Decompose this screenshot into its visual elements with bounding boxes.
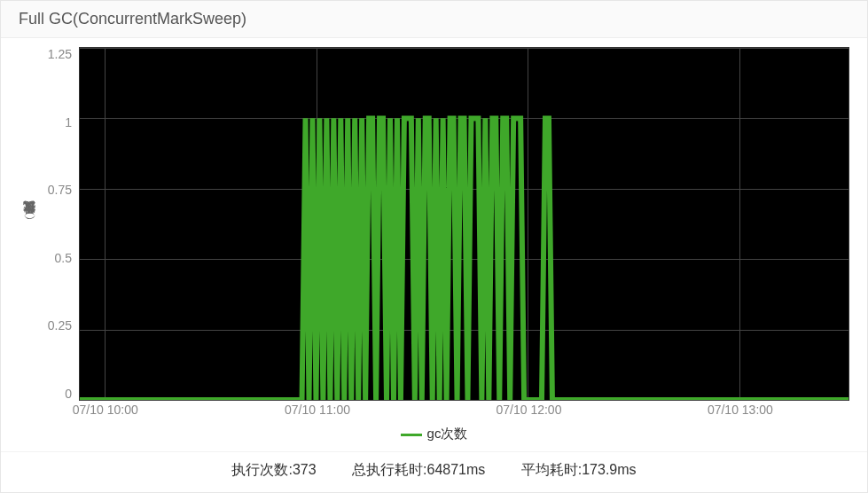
stat-exec-count: 执行次数:373 <box>231 462 316 477</box>
stat-avg-time: 平均耗时:173.9ms <box>521 462 637 477</box>
chart-panel: Full GC(ConcurrentMarkSweep) 执行次数变化量（次） … <box>0 0 868 493</box>
y-tick: 1.25 <box>48 47 72 61</box>
y-axis-label: 执行次数变化量（次） <box>19 47 38 401</box>
x-tick: 07/10 12:00 <box>496 403 561 417</box>
y-axis-ticks: 1.25 1 0.75 0.5 0.25 0 <box>38 47 79 401</box>
x-tick: 07/10 10:00 <box>73 403 138 417</box>
x-tick: 07/10 13:00 <box>708 403 773 417</box>
panel-title: Full GC(ConcurrentMarkSweep) <box>1 1 867 38</box>
x-axis-ticks: 07/10 10:0007/10 11:0007/10 12:0007/10 1… <box>81 401 849 420</box>
y-tick: 0.25 <box>48 318 72 333</box>
y-tick: 1 <box>65 115 72 129</box>
stat-total-time: 总执行耗时:64871ms <box>352 462 485 477</box>
y-tick: 0.75 <box>48 183 72 197</box>
y-tick: 0.5 <box>55 251 72 265</box>
legend-swatch-icon <box>401 434 422 436</box>
y-tick: 0 <box>65 387 72 401</box>
plot-row: 执行次数变化量（次） 1.25 1 0.75 0.5 0.25 0 <box>19 47 849 401</box>
x-tick: 07/10 11:00 <box>285 403 350 417</box>
legend: gc次数 <box>19 420 849 451</box>
legend-label: gc次数 <box>427 426 468 441</box>
chart-container: 执行次数变化量（次） 1.25 1 0.75 0.5 0.25 0 07/10 … <box>1 38 867 451</box>
plot-area[interactable] <box>79 47 849 401</box>
footer-stats: 执行次数:373 总执行耗时:64871ms 平均耗时:173.9ms <box>1 451 867 492</box>
